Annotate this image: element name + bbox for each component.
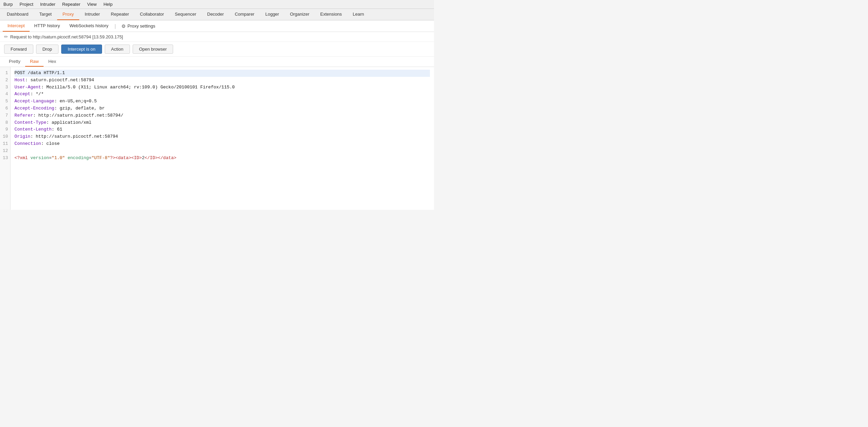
menu-intruder[interactable]: Intruder <box>37 1 59 8</box>
request-line: Content-Length: 61 <box>15 126 430 133</box>
tab-separator: | <box>113 23 117 29</box>
tab-collaborator[interactable]: Collaborator <box>134 9 169 20</box>
subtab-intercept[interactable]: Intercept <box>3 20 30 32</box>
xml-attr-val: "1.0" <box>52 155 65 160</box>
tab-target[interactable]: Target <box>34 9 57 20</box>
menu-repeater[interactable]: Repeater <box>59 1 84 8</box>
header-key: User-Agent <box>15 85 41 90</box>
xml-tag: <?xml <box>15 155 28 160</box>
line-numbers: 12345678910111213 <box>0 67 11 210</box>
menu-help[interactable]: Help <box>100 1 116 8</box>
header-key: Origin <box>15 134 31 139</box>
request-line: <?xml version="1.0" encoding="UTF-8"?><d… <box>15 155 430 162</box>
header-val: : */* <box>30 91 44 97</box>
intercept-on-button[interactable]: Intercept is on <box>61 45 102 54</box>
subtab-http-history[interactable]: HTTP history <box>30 20 65 32</box>
request-line: Accept: */* <box>15 91 430 98</box>
method-text: POST /data HTTP/1.1 <box>15 70 65 75</box>
request-line: Accept-Language: en-US,en;q=0.5 <box>15 98 430 105</box>
header-key: Content-Length <box>15 127 52 132</box>
request-line: Connection: close <box>15 140 430 148</box>
action-button[interactable]: Action <box>105 45 130 54</box>
xml-tag: <data> <box>115 155 131 160</box>
request-line: User-Agent: Mozilla/5.0 (X11; Linux aarc… <box>15 84 430 91</box>
tab-logger[interactable]: Logger <box>260 9 284 20</box>
sub-tabs: Intercept HTTP history WebSockets histor… <box>0 20 434 32</box>
header-val: : application/xml <box>46 120 91 125</box>
drop-button[interactable]: Drop <box>36 45 59 54</box>
gear-icon: ⚙ <box>121 23 126 29</box>
request-info-bar: ✏ Request to http://saturn.picoctf.net:5… <box>0 32 434 42</box>
header-key: Content-Type <box>15 120 47 125</box>
request-line: Accept-Encoding: gzip, deflate, br <box>15 105 430 112</box>
header-val: : http://saturn.picoctf.net:58794/ <box>33 113 123 118</box>
header-key: Connection <box>15 141 41 146</box>
tab-decoder[interactable]: Decoder <box>202 9 229 20</box>
request-line: Host: saturn.picoctf.net:58794 <box>15 77 430 84</box>
header-key: Accept-Language <box>15 99 54 104</box>
view-tab-raw[interactable]: Raw <box>25 57 44 67</box>
view-tab-hex[interactable]: Hex <box>44 57 61 67</box>
tab-repeater[interactable]: Repeater <box>105 9 134 20</box>
menu-view[interactable]: View <box>84 1 100 8</box>
xml-attr: encoding <box>68 155 89 160</box>
tab-dashboard[interactable]: Dashboard <box>1 9 34 20</box>
header-key: Host <box>15 78 25 83</box>
header-val: : en-US,en;q=0.5 <box>54 99 97 104</box>
pencil-icon: ✏ <box>4 34 8 39</box>
xml-tag: </data> <box>158 155 177 160</box>
xml-tag: <ID> <box>131 155 142 160</box>
tab-organizer[interactable]: Organizer <box>284 9 315 20</box>
proxy-settings-label: Proxy settings <box>128 23 155 29</box>
request-line: Origin: http://saturn.picoctf.net:58794 <box>15 133 430 140</box>
request-line: POST /data HTTP/1.1 <box>15 70 430 77</box>
request-line: Content-Type: application/xml <box>15 119 430 126</box>
menu-burp[interactable]: Burp <box>0 1 16 8</box>
xml-tag: ?> <box>110 155 116 160</box>
header-val: : saturn.picoctf.net:58794 <box>25 78 94 83</box>
tab-learn[interactable]: Learn <box>347 9 369 20</box>
tab-extensions[interactable]: Extensions <box>315 9 348 20</box>
request-line: Referer: http://saturn.picoctf.net:58794… <box>15 112 430 119</box>
request-info-text: Request to http://saturn.picoctf.net:587… <box>10 34 123 39</box>
main-tabs: Dashboard Target Proxy Intruder Repeater… <box>0 9 434 20</box>
header-val: : 61 <box>52 127 62 132</box>
tab-intruder[interactable]: Intruder <box>79 9 105 20</box>
tab-sequencer[interactable]: Sequencer <box>169 9 202 20</box>
request-content: 12345678910111213 POST /data HTTP/1.1Hos… <box>0 67 434 210</box>
view-tab-pretty[interactable]: Pretty <box>4 57 25 67</box>
xml-attr-val: "UTF-8" <box>91 155 110 160</box>
tab-comparer[interactable]: Comparer <box>229 9 260 20</box>
header-key: Referer <box>15 113 33 118</box>
xml-attr: version <box>30 155 49 160</box>
header-key: Accept <box>15 91 31 97</box>
proxy-settings-button[interactable]: ⚙ Proxy settings <box>117 21 160 31</box>
header-val: : Mozilla/5.0 (X11; Linux aarch64; rv:10… <box>41 85 235 90</box>
menu-project[interactable]: Project <box>16 1 36 8</box>
view-tabs: Pretty Raw Hex <box>0 57 434 67</box>
tab-proxy[interactable]: Proxy <box>57 9 79 20</box>
action-bar: Forward Drop Intercept is on Action Open… <box>0 42 434 57</box>
request-body[interactable]: POST /data HTTP/1.1Host: saturn.picoctf.… <box>11 67 434 210</box>
menu-bar: Burp Project Intruder Repeater View Help <box>0 0 434 9</box>
request-line <box>15 148 430 155</box>
header-val: : http://saturn.picoctf.net:58794 <box>30 134 118 139</box>
header-val: : gzip, deflate, br <box>54 106 105 111</box>
header-val: : close <box>41 141 60 146</box>
forward-button[interactable]: Forward <box>4 45 33 54</box>
xml-tag: </ID> <box>145 155 158 160</box>
header-key: Accept-Encoding <box>15 106 54 111</box>
subtab-websockets-history[interactable]: WebSockets history <box>65 20 113 32</box>
open-browser-button[interactable]: Open browser <box>133 45 173 54</box>
